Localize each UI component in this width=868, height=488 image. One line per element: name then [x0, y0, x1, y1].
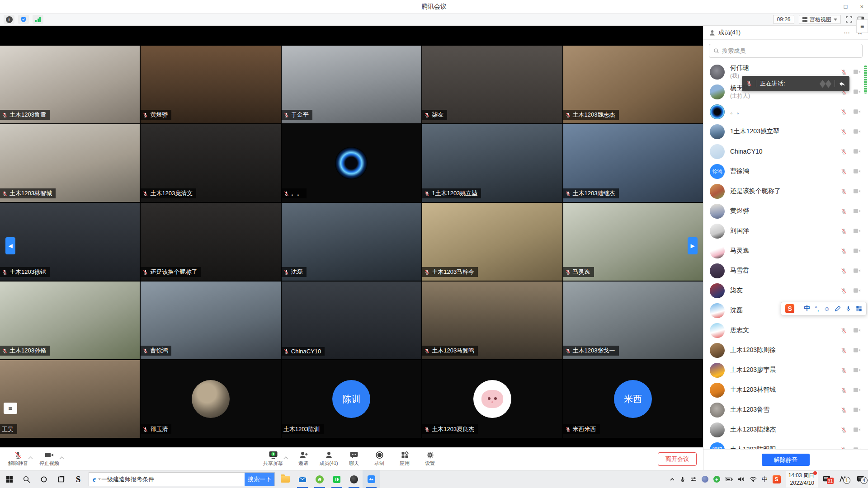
video-tile[interactable]: 邵玉清	[141, 360, 280, 438]
network-status-button[interactable]	[33, 15, 43, 24]
member-row[interactable]: 明阳 土木1203陆明阳	[703, 440, 868, 449]
security-button[interactable]	[18, 15, 29, 24]
camera-off-icon[interactable]	[853, 248, 861, 254]
camera-off-icon[interactable]	[853, 287, 861, 294]
ime-punctuation-toggle[interactable]: °,	[815, 305, 819, 312]
member-list[interactable]: 何伟珺 (我)	[703, 61, 868, 449]
member-row[interactable]: ChinaCY10	[703, 141, 868, 161]
camera-off-icon[interactable]	[853, 148, 861, 155]
member-search-box[interactable]	[709, 44, 863, 58]
mic-muted-icon[interactable]	[840, 367, 847, 374]
mic-muted-icon[interactable]	[840, 128, 847, 135]
video-tile[interactable]: 。。	[282, 124, 421, 202]
video-tile[interactable]: 柒友	[422, 46, 562, 123]
record-control[interactable]: 录制	[368, 451, 391, 467]
ime-language-toggle[interactable]: 中	[804, 305, 810, 313]
video-tile[interactable]: 曹徐鸿	[141, 282, 280, 359]
apps-control[interactable]: 应用	[393, 451, 416, 467]
tray-mixer-icon[interactable]	[690, 476, 697, 482]
member-row[interactable]: 土木1203陆继杰	[703, 420, 868, 440]
video-tile[interactable]: 土木1203张戈一	[563, 282, 703, 359]
camera-off-icon[interactable]	[853, 407, 861, 413]
mic-muted-icon[interactable]	[840, 427, 847, 433]
camera-off-icon[interactable]	[853, 387, 861, 393]
camera-off-icon[interactable]	[853, 228, 861, 234]
meeting-tray-app[interactable]: 1	[839, 476, 847, 483]
camera-off-icon[interactable]	[853, 267, 861, 274]
mic-muted-icon[interactable]	[840, 148, 847, 155]
notification-center-button[interactable]: 31	[823, 476, 830, 483]
video-tile[interactable]: 陈训 土木1203陈训	[282, 360, 421, 438]
member-row[interactable]: 马雪君	[703, 261, 868, 281]
video-tile[interactable]: 土木1203孙翛	[0, 282, 140, 359]
camera-off-icon[interactable]	[853, 188, 861, 194]
member-row[interactable]: 黄煜骅	[703, 201, 868, 221]
chat-control[interactable]: 聊天	[342, 451, 366, 467]
video-tile[interactable]: 土木1203徐铠	[0, 203, 140, 281]
invite-control[interactable]: 邀请	[292, 451, 315, 467]
unmute-control[interactable]: 解除静音	[6, 451, 30, 467]
panel-menu-button[interactable]: ≡	[856, 19, 868, 33]
ime-voice-icon[interactable]	[845, 305, 851, 312]
view-mode-dropdown[interactable]: 宫格视图	[799, 15, 841, 24]
member-search-input[interactable]	[722, 47, 858, 54]
video-tile[interactable]: 还是该换个昵称了	[141, 203, 280, 281]
sogou-taskbar-app[interactable]: S	[70, 470, 87, 488]
video-tile[interactable]: 马灵逸	[563, 203, 703, 281]
stop-video-control[interactable]: 停止视频	[38, 451, 61, 467]
mic-muted-icon[interactable]	[840, 327, 847, 334]
camera-off-icon[interactable]	[853, 128, 861, 135]
tray-sogou-icon[interactable]: S	[773, 475, 781, 483]
mic-muted-icon[interactable]	[840, 228, 847, 235]
camera-off-icon[interactable]	[853, 108, 861, 115]
tray-mic-icon[interactable]	[680, 476, 685, 483]
camera-off-icon[interactable]	[853, 327, 861, 333]
tray-360-icon[interactable]: +	[713, 476, 720, 483]
video-tile[interactable]: 土木1203魏志杰	[563, 46, 703, 123]
mic-muted-icon[interactable]	[840, 248, 847, 254]
video-tile[interactable]: 土木1203马翼鸣	[422, 282, 562, 359]
task-view-button[interactable]	[52, 470, 70, 488]
taskbar-search-box[interactable]: e 一级建造师报考条件 搜索一下	[89, 472, 275, 486]
panel-more-button[interactable]: ⋯	[844, 29, 850, 36]
minimize-button[interactable]: —	[826, 0, 831, 14]
maximize-button[interactable]: □	[844, 0, 848, 14]
camera-off-icon[interactable]	[853, 208, 861, 214]
ime-toolbox-icon[interactable]	[856, 305, 862, 312]
mic-muted-icon[interactable]	[840, 108, 847, 115]
meeting-info-button[interactable]: i	[4, 15, 14, 24]
search-query-text[interactable]: 一级建造师报考条件	[101, 475, 245, 483]
browser-360-button[interactable]: e	[311, 470, 328, 488]
video-tile[interactable]: 米西 米西米西	[563, 360, 703, 438]
camera-off-icon[interactable]	[853, 427, 861, 433]
video-tile[interactable]: 土木1203夏良杰	[422, 360, 562, 438]
file-explorer-button[interactable]	[277, 470, 294, 488]
camera-off-icon[interactable]	[853, 347, 861, 353]
mic-muted-icon[interactable]	[840, 407, 847, 413]
member-row[interactable]: 土木1203林智城	[703, 380, 868, 400]
member-row[interactable]: 土木1203鲁雪	[703, 400, 868, 420]
mic-muted-icon[interactable]	[840, 208, 847, 215]
ime-emoji-button[interactable]: ☺	[824, 305, 830, 312]
taskbar-clock[interactable]: 14:03 周日 2022/4/10	[786, 471, 818, 487]
reply-arrow-icon[interactable]	[839, 81, 845, 87]
member-row[interactable]: 1土木1203姚立堃	[703, 122, 868, 141]
settings-control[interactable]: 设置	[418, 451, 442, 467]
leave-meeting-button[interactable]: 离开会议	[658, 452, 697, 466]
search-submit-button[interactable]: 搜索一下	[245, 472, 274, 486]
video-tile[interactable]: 于金平	[282, 46, 421, 123]
member-row[interactable]: 土木1203陈则徐	[703, 340, 868, 360]
scrollbar-thumb[interactable]	[864, 66, 867, 94]
camera-off-icon[interactable]	[853, 168, 861, 174]
ime-pen-icon[interactable]	[835, 305, 841, 312]
member-row[interactable]: 还是该换个昵称了	[703, 181, 868, 201]
member-row[interactable]: 徐鸿 曹徐鸿	[703, 161, 868, 181]
member-row[interactable]: 柒友	[703, 281, 868, 300]
comment-tray-app[interactable]: 4	[857, 476, 864, 483]
tray-globe-icon[interactable]	[702, 476, 708, 483]
cortana-button[interactable]	[35, 470, 52, 488]
member-row[interactable]: 土木1203廖宇晨	[703, 360, 868, 380]
member-row[interactable]: 唐志文	[703, 320, 868, 340]
prev-page-button[interactable]: ◀	[5, 237, 15, 254]
video-tile[interactable]: 土木1203陆继杰	[563, 124, 703, 202]
